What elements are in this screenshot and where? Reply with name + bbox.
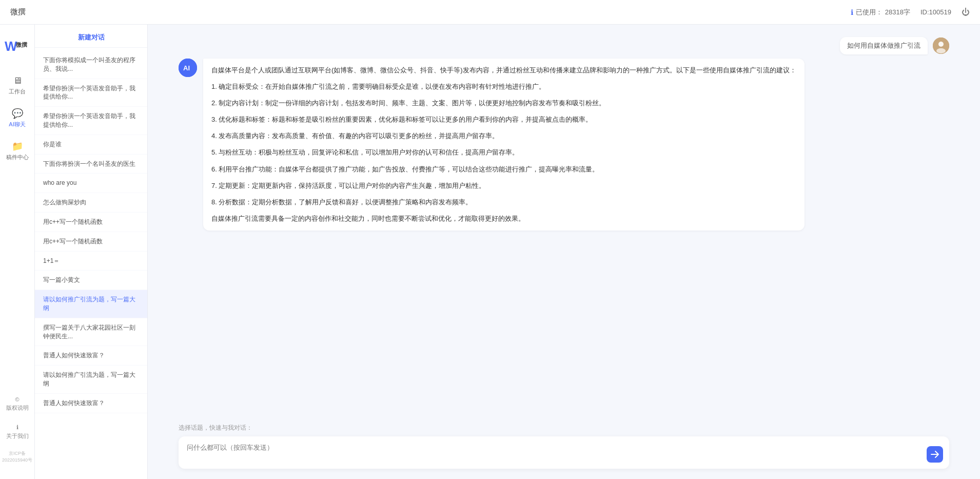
- send-button[interactable]: [927, 446, 943, 463]
- ai-response-point-5: 5. 与粉丝互动：积极与粉丝互动，回复评论和私信，可以增加用户对你的认可和信任，…: [211, 147, 796, 158]
- sidebar-list-item[interactable]: 下面你将模拟成一个叫圣友的程序员、我说...: [35, 51, 147, 79]
- nav-items: 🖥 工作台 💬 AI聊天 📁 稿件中心: [0, 71, 34, 392]
- ai-response-intro: 自媒体平台是个人或团队通过互联网平台(如博客、微博、微信公众号、抖音、快手等)发…: [211, 65, 796, 76]
- svg-point-3: [938, 42, 944, 47]
- chat-messages: 如何用自媒体做推广引流 AI 自媒: [148, 25, 980, 418]
- user-message-row: 如何用自媒体做推广引流: [179, 37, 949, 54]
- chat-input-area: 选择话题，快速与我对话：: [148, 418, 980, 479]
- sidebar-list-item[interactable]: 用c++写一个随机函数: [35, 232, 147, 252]
- sidebar-list-item[interactable]: 希望你扮演一个英语发音助手，我提供给你...: [35, 79, 147, 107]
- ai-message-bubble: 自媒体平台是个人或团队通过互联网平台(如博客、微博、微信公众号、抖音、快手等)发…: [203, 59, 805, 231]
- logout-button[interactable]: ⏻: [962, 8, 970, 17]
- sidebar-list: 下面你将模拟成一个叫圣友的程序员、我说...希望你扮演一个英语发音助手，我提供给…: [35, 48, 147, 479]
- nav-bottom: © 版权说明 ℹ 关于我们 京ICP备2022015940号: [0, 392, 34, 469]
- sidebar-list-item[interactable]: 普通人如何快速致富？: [35, 346, 147, 366]
- chat-input[interactable]: [187, 443, 924, 463]
- sidebar-list-item[interactable]: 1+1＝: [35, 252, 147, 271]
- sidebar-list-item[interactable]: who are you: [35, 174, 147, 193]
- sidebar-item-ai-chat[interactable]: 💬 AI聊天: [3, 104, 31, 132]
- about-icon: ℹ: [16, 424, 18, 431]
- icp-text: 京ICP备2022015940号: [0, 448, 34, 464]
- ai-message-row: AI 自媒体平台是个人或团队通过互联网平台(如博客、微博、微信公众号、抖音、快手…: [179, 59, 949, 231]
- copyright-icon: ©: [15, 396, 19, 403]
- svg-text:微撰: 微撰: [15, 42, 28, 48]
- ai-response-point-8: 8. 分析数据：定期分析数据，了解用户反馈和喜好，以便调整推广策略和内容发布频率…: [211, 197, 796, 208]
- ai-avatar: AI: [179, 59, 197, 77]
- workbench-label: 工作台: [9, 88, 26, 95]
- ai-response-point-2: 2. 制定内容计划：制定一份详细的内容计划，包括发布时间、频率、主题、文案、图片…: [211, 98, 796, 109]
- svg-point-4: [936, 48, 946, 53]
- usage-label: 已使用：: [856, 8, 883, 17]
- topbar-usage: ℹ 已使用： 28318字: [851, 8, 910, 17]
- ai-response-point-4: 4. 发布高质量内容：发布高质量、有价值、有趣的内容可以吸引更多的粉丝，并提高用…: [211, 130, 796, 142]
- topbar: 微撰 ℹ 已使用： 28318字 ID:100519 ⏻: [0, 0, 980, 25]
- copyright-label: 版权说明: [6, 404, 29, 412]
- ai-chat-label: AI聊天: [9, 121, 25, 128]
- sidebar-list-item[interactable]: 怎么做狗屎炒肉: [35, 193, 147, 213]
- user-avatar: [933, 37, 949, 54]
- sidebar-list-item[interactable]: 希望你扮演一个英语发音助手，我提供给你...: [35, 107, 147, 135]
- info-icon: ℹ: [851, 8, 853, 16]
- copyright-nav-item[interactable]: © 版权说明: [4, 392, 31, 416]
- topbar-title: 微撰: [10, 7, 851, 17]
- sidebar: 新建对话 下面你将模拟成一个叫圣友的程序员、我说...希望你扮演一个英语发音助手…: [35, 25, 148, 479]
- input-box: [179, 436, 949, 469]
- workbench-icon: 🖥: [12, 75, 23, 86]
- sidebar-list-item[interactable]: 普通人如何快速致富？: [35, 394, 147, 413]
- ai-response-point-7: 7. 定期更新：定期更新内容，保持活跃度，可以让用户对你的内容产生兴趣，增加用户…: [211, 180, 796, 191]
- sidebar-list-item[interactable]: 用c++写一个随机函数: [35, 213, 147, 232]
- topbar-id: ID:100519: [920, 8, 951, 16]
- draft-icon: 📁: [12, 141, 23, 152]
- ai-response-point-6: 6. 利用平台推广功能：自媒体平台都提供了推广功能，如广告投放、付费推广等，可以…: [211, 164, 796, 175]
- svg-text:AI: AI: [183, 64, 190, 72]
- sidebar-item-workbench[interactable]: 🖥 工作台: [3, 71, 31, 100]
- quick-topics-label: 选择话题，快速与我对话：: [179, 424, 949, 432]
- about-nav-item[interactable]: ℹ 关于我们: [4, 420, 31, 444]
- usage-value: 28318字: [885, 8, 910, 17]
- sidebar-list-item[interactable]: 撰写一篇关于八大家花园社区一刻钟便民生...: [35, 318, 147, 347]
- ai-response-point-3: 3. 优化标题和标签：标题和标签是吸引粉丝的重要因素，优化标题和标签可以让更多的…: [211, 114, 796, 125]
- about-label: 关于我们: [6, 432, 29, 440]
- ai-response-point-1: 1. 确定目标受众：在开始自媒体推广引流之前，需要明确目标受众是谁，以便在发布内…: [211, 81, 796, 92]
- ai-chat-icon: 💬: [12, 108, 23, 119]
- user-message-text: 如何用自媒体做推广引流: [840, 37, 928, 54]
- sidebar-list-item[interactable]: 请以如何推广引流为题，写一篇大纲: [35, 366, 147, 394]
- topbar-right: ℹ 已使用： 28318字 ID:100519 ⏻: [851, 8, 970, 17]
- sidebar-list-item[interactable]: 下面你将扮演一个名叫圣友的医生: [35, 155, 147, 174]
- left-nav: W 微撰 🖥 工作台 💬 AI聊天 📁 稿件中心 © 版权说明: [0, 25, 35, 479]
- sidebar-item-draft[interactable]: 📁 稿件中心: [3, 137, 31, 165]
- main-layout: W 微撰 🖥 工作台 💬 AI聊天 📁 稿件中心 © 版权说明: [0, 25, 980, 479]
- chat-area: 如何用自媒体做推广引流 AI 自媒: [148, 25, 980, 479]
- sidebar-list-item[interactable]: 你是谁: [35, 135, 147, 155]
- draft-label: 稿件中心: [6, 154, 29, 161]
- logo: W 微撰: [5, 35, 30, 55]
- new-chat-button[interactable]: 新建对话: [35, 25, 147, 48]
- sidebar-list-item[interactable]: 写一篇小黄文: [35, 271, 147, 290]
- ai-response-outro: 自媒体推广引流需要具备一定的内容创作和社交能力，同时也需要不断尝试和优化，才能取…: [211, 213, 796, 224]
- sidebar-list-item[interactable]: 请以如何推广引流为题，写一篇大纲: [35, 290, 147, 318]
